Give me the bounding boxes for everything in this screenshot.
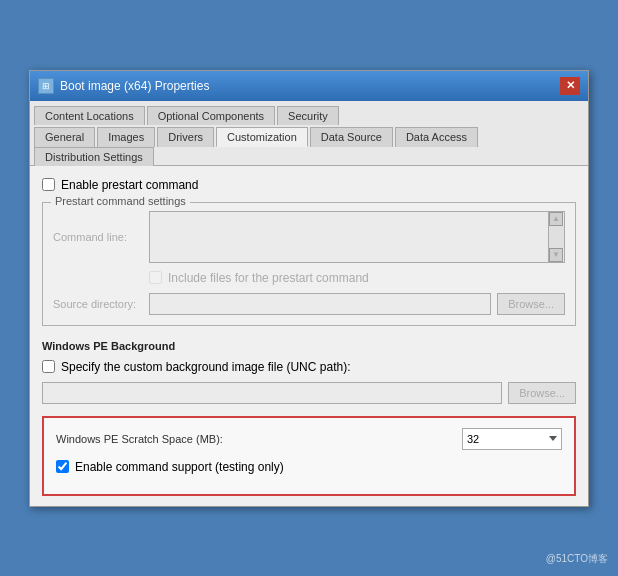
specify-bg-row: Specify the custom background image file… xyxy=(42,360,576,374)
command-line-input-area: ▲ ▼ xyxy=(149,211,565,263)
browse-btn-1[interactable]: Browse... xyxy=(497,293,565,315)
enable-prestart-label: Enable prestart command xyxy=(61,178,198,192)
command-line-scrollbar: ▲ ▼ xyxy=(549,211,565,263)
prestart-legend: Prestart command settings xyxy=(51,195,190,207)
tab-drivers[interactable]: Drivers xyxy=(157,127,214,147)
bg-path-input[interactable] xyxy=(42,382,502,404)
enable-command-checkbox[interactable] xyxy=(56,460,69,473)
tab-row-1: Content Locations Optional Components Se… xyxy=(30,101,588,124)
tab-optional-components[interactable]: Optional Components xyxy=(147,106,275,125)
tab-images[interactable]: Images xyxy=(97,127,155,147)
tab-general[interactable]: General xyxy=(34,127,95,147)
watermark: @51CTO博客 xyxy=(546,552,608,566)
scroll-up-btn[interactable]: ▲ xyxy=(549,212,563,226)
scroll-down-btn[interactable]: ▼ xyxy=(549,248,563,262)
tab-security[interactable]: Security xyxy=(277,106,339,125)
windows-pe-bg-label: Windows PE Background xyxy=(42,340,576,352)
command-line-row: Command line: ▲ ▼ xyxy=(53,211,565,263)
enable-prestart-checkbox[interactable] xyxy=(42,178,55,191)
tab-data-source[interactable]: Data Source xyxy=(310,127,393,147)
command-line-input[interactable] xyxy=(149,211,549,263)
dialog-window: ⊞ Boot image (x64) Properties ✕ Content … xyxy=(29,70,589,507)
include-files-label: Include files for the prestart command xyxy=(168,271,369,285)
include-files-row: Include files for the prestart command xyxy=(149,271,565,285)
bg-path-row: Browse... xyxy=(42,382,576,404)
windows-pe-bg-section: Windows PE Background Specify the custom… xyxy=(42,340,576,404)
browse-btn-2[interactable]: Browse... xyxy=(508,382,576,404)
command-line-label: Command line: xyxy=(53,231,143,243)
tab-content-locations[interactable]: Content Locations xyxy=(34,106,145,125)
source-dir-label: Source directory: xyxy=(53,298,143,310)
scratch-space-dropdown[interactable]: 32 64 128 256 512 xyxy=(462,428,562,450)
scratch-space-label: Windows PE Scratch Space (MB): xyxy=(56,433,223,445)
source-dir-input[interactable] xyxy=(149,293,491,315)
title-bar-left: ⊞ Boot image (x64) Properties xyxy=(38,78,209,94)
highlighted-section: Windows PE Scratch Space (MB): 32 64 128… xyxy=(42,416,576,496)
tab-row-2: General Images Drivers Customization Dat… xyxy=(30,124,588,166)
enable-command-label: Enable command support (testing only) xyxy=(75,460,284,474)
enable-command-row: Enable command support (testing only) xyxy=(56,460,562,474)
content-area: Enable prestart command Prestart command… xyxy=(30,166,588,506)
title-bar: ⊞ Boot image (x64) Properties ✕ xyxy=(30,71,588,101)
tab-data-access[interactable]: Data Access xyxy=(395,127,478,147)
tab-customization[interactable]: Customization xyxy=(216,127,308,147)
dialog-title: Boot image (x64) Properties xyxy=(60,79,209,93)
prestart-settings-group: Prestart command settings Command line: … xyxy=(42,202,576,326)
close-button[interactable]: ✕ xyxy=(560,77,580,95)
tab-rows-container: Content Locations Optional Components Se… xyxy=(30,101,588,166)
specify-bg-checkbox[interactable] xyxy=(42,360,55,373)
window-icon: ⊞ xyxy=(38,78,54,94)
source-dir-row: Source directory: Browse... xyxy=(53,293,565,315)
specify-bg-label: Specify the custom background image file… xyxy=(61,360,350,374)
scratch-space-row: Windows PE Scratch Space (MB): 32 64 128… xyxy=(56,428,562,450)
enable-prestart-row: Enable prestart command xyxy=(42,178,576,192)
include-files-checkbox[interactable] xyxy=(149,271,162,284)
tab-distribution-settings[interactable]: Distribution Settings xyxy=(34,147,154,166)
